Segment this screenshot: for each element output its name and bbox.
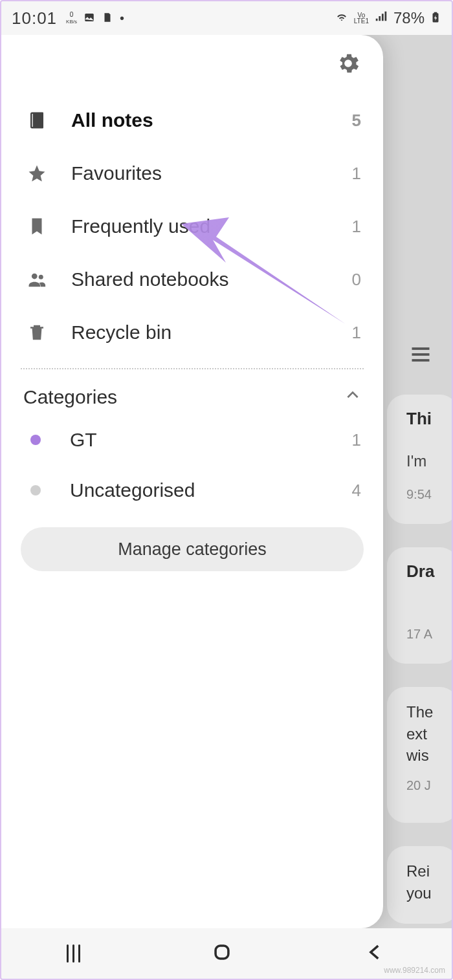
note-card[interactable]: Thi I'm 9:54 xyxy=(387,395,453,524)
back-button[interactable] xyxy=(364,941,386,966)
sim-icon xyxy=(102,9,113,27)
category-color-dot xyxy=(30,435,41,445)
category-color-dot xyxy=(30,485,41,495)
categories-header[interactable]: Categories xyxy=(1,372,383,415)
star-icon xyxy=(23,164,50,183)
home-icon xyxy=(211,954,233,965)
note-card[interactable]: Dra 17 A xyxy=(387,547,453,664)
status-bar: 10:01 0KB/s • Vo LTE1 78% xyxy=(1,1,452,35)
menu-label: All notes xyxy=(71,109,327,131)
recents-icon xyxy=(67,944,80,963)
categories-label: Categories xyxy=(23,386,117,408)
category-label: GT xyxy=(70,429,331,451)
notebook-icon xyxy=(23,111,50,130)
svg-rect-2 xyxy=(434,12,437,14)
note-card[interactable]: The ext wis 20 J xyxy=(387,687,453,823)
wifi-icon xyxy=(335,9,349,27)
back-icon xyxy=(364,954,386,965)
menu-label: Shared notebooks xyxy=(71,268,327,290)
menu-count: 5 xyxy=(348,111,361,131)
menu-favourites[interactable]: Favourites 1 xyxy=(21,147,364,200)
bookmark-icon xyxy=(23,217,50,236)
category-label: Uncategorised xyxy=(70,479,331,501)
people-icon xyxy=(23,270,50,289)
dot-icon: • xyxy=(120,11,124,26)
home-button[interactable] xyxy=(211,941,233,966)
menu-count: 1 xyxy=(348,217,361,237)
menu-recycle-bin[interactable]: Recycle bin 1 xyxy=(21,306,364,359)
menu-label: Favourites xyxy=(71,162,327,184)
image-icon xyxy=(83,9,95,27)
battery-charging-icon xyxy=(430,9,441,27)
svg-rect-8 xyxy=(216,946,229,959)
signal-icon xyxy=(374,9,388,27)
menu-all-notes[interactable]: All notes 5 xyxy=(21,94,364,147)
menu-count: 1 xyxy=(348,323,361,343)
navigation-drawer: All notes 5 Favourites 1 Frequently used… xyxy=(1,35,383,928)
net-speed-indicator: 0KB/s xyxy=(66,12,77,25)
hamburger-icon[interactable] xyxy=(409,343,432,369)
category-item-gt[interactable]: GT 1 xyxy=(1,415,383,465)
status-time: 10:01 xyxy=(12,8,57,28)
svg-point-7 xyxy=(39,275,43,279)
recents-button[interactable] xyxy=(67,944,80,963)
svg-point-6 xyxy=(32,274,38,279)
trash-icon xyxy=(23,323,50,342)
category-count: 1 xyxy=(352,430,361,450)
battery-percentage: 78% xyxy=(393,9,425,27)
watermark: www.989214.com xyxy=(384,966,445,975)
menu-count: 0 xyxy=(348,270,361,290)
category-item-uncategorised[interactable]: Uncategorised 4 xyxy=(1,465,383,516)
chevron-up-icon xyxy=(344,386,361,408)
menu-count: 1 xyxy=(348,164,361,184)
menu-label: Recycle bin xyxy=(71,321,327,343)
note-card[interactable]: Rei you xyxy=(387,846,453,924)
menu-label: Frequently used xyxy=(71,215,327,237)
menu-shared-notebooks[interactable]: Shared notebooks 0 xyxy=(21,253,364,306)
volte-indicator: Vo LTE1 xyxy=(354,12,369,24)
manage-categories-button[interactable]: Manage categories xyxy=(21,527,364,571)
divider xyxy=(21,368,364,369)
gear-icon xyxy=(335,69,361,78)
category-count: 4 xyxy=(352,481,361,501)
settings-button[interactable] xyxy=(335,50,361,78)
menu-frequently-used[interactable]: Frequently used 1 xyxy=(21,200,364,253)
